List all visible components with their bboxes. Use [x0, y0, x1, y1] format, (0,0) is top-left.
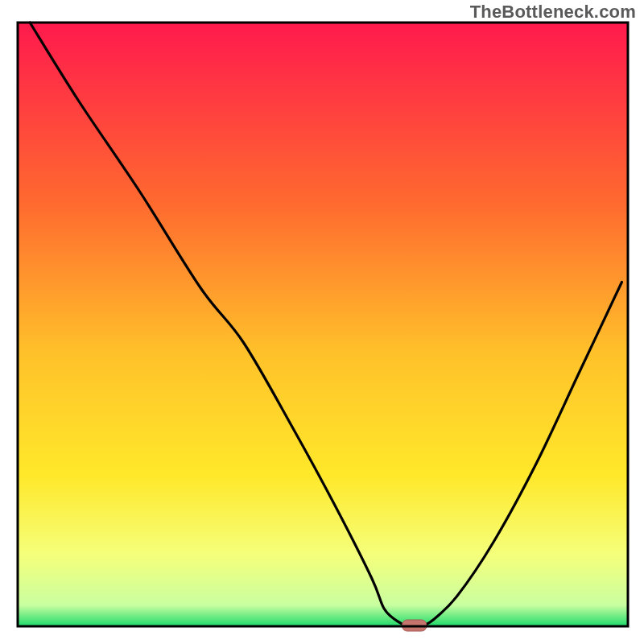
- plot-background: [18, 23, 628, 626]
- bottleneck-chart: [0, 0, 644, 644]
